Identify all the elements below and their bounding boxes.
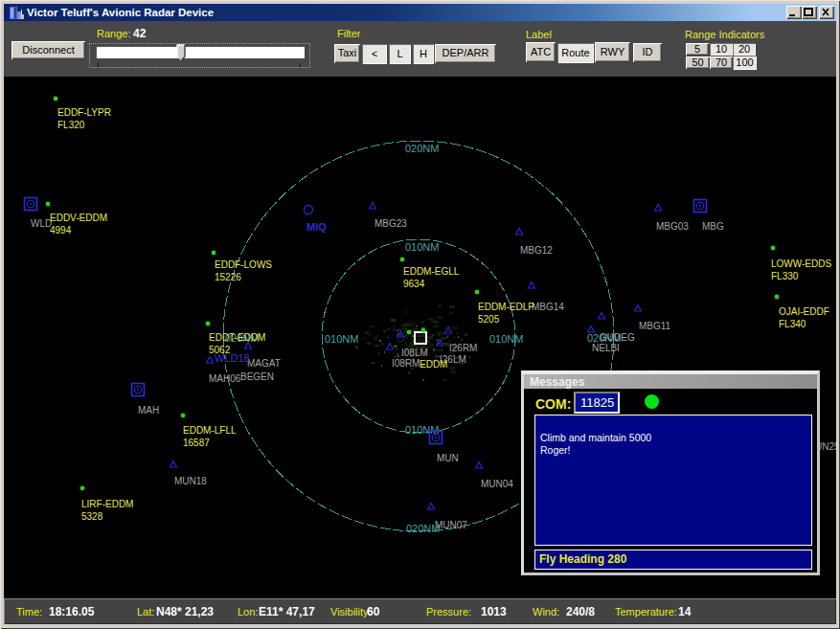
svg-text:WLD: WLD — [31, 218, 52, 229]
svg-text:I08RM: I08RM — [392, 358, 420, 369]
svg-text:9634: 9634 — [403, 279, 425, 289]
svg-text:MUN07: MUN07 — [435, 520, 467, 530]
svg-text:I26RM: I26RM — [449, 343, 477, 353]
svg-text:EDDT-EDDM: EDDT-EDDM — [209, 332, 265, 343]
svg-text:MBG14: MBG14 — [532, 302, 564, 312]
svg-text:FL340: FL340 — [779, 319, 806, 329]
svg-text:GUDEG: GUDEG — [600, 332, 635, 343]
svg-text:MBG23: MBG23 — [375, 218, 407, 229]
svg-text:EDDF-LYPR: EDDF-LYPR — [57, 107, 111, 118]
svg-text:5205: 5205 — [478, 314, 500, 325]
svg-text:EDDM-LFLL: EDDM-LFLL — [183, 425, 237, 436]
svg-text:BEGEN: BEGEN — [240, 371, 274, 382]
svg-text:OJAI-EDDF: OJAI-EDDF — [779, 306, 829, 317]
svg-text:MAH06: MAH06 — [209, 373, 241, 384]
svg-text:EDDF-LOWS: EDDF-LOWS — [215, 259, 272, 270]
svg-text:MIQ: MIQ — [306, 221, 327, 233]
svg-text:EDDM-EGLL: EDDM-EGLL — [403, 266, 460, 277]
svg-text:FL330: FL330 — [771, 271, 799, 281]
svg-text:MAH: MAH — [138, 405, 159, 416]
svg-text:MUN: MUN — [437, 453, 459, 463]
svg-text:020NM: 020NM — [405, 143, 439, 154]
svg-text:I08LM: I08LM — [401, 348, 428, 358]
svg-text:MBG: MBG — [702, 221, 724, 232]
svg-text:MAGAT: MAGAT — [247, 358, 281, 369]
svg-text:EDDM-EDLP: EDDM-EDLP — [478, 302, 534, 312]
svg-text:15226: 15226 — [215, 272, 241, 282]
svg-text:LOWW-EDDS: LOWW-EDDS — [771, 258, 831, 269]
svg-text:4994: 4994 — [50, 225, 72, 236]
svg-text:MBG12: MBG12 — [520, 245, 553, 256]
svg-text:MUN04: MUN04 — [481, 479, 513, 489]
svg-text:5328: 5328 — [81, 511, 103, 522]
svg-text:EDDM: EDDM — [420, 359, 447, 370]
svg-text:LIRF-EDDM: LIRF-EDDM — [81, 499, 133, 509]
svg-text:MBG03: MBG03 — [656, 221, 689, 232]
svg-text:FL320: FL320 — [57, 120, 85, 130]
svg-text:16587: 16587 — [183, 438, 210, 448]
svg-text:010NM: 010NM — [325, 333, 358, 345]
svg-text:5062: 5062 — [209, 345, 231, 355]
svg-text:010NM: 010NM — [489, 333, 523, 345]
svg-text:MUN18: MUN18 — [174, 476, 207, 486]
svg-text:010NM: 010NM — [405, 241, 439, 253]
svg-text:NELBI: NELBI — [592, 343, 620, 353]
svg-text:EDDV-EDDM: EDDV-EDDM — [50, 213, 107, 223]
svg-text:MBG11: MBG11 — [639, 321, 671, 331]
